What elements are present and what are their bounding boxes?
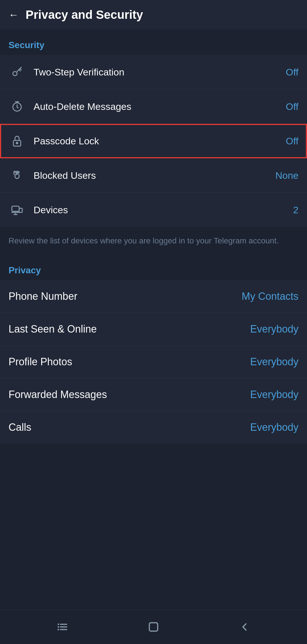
profile-photos-row[interactable]: Profile Photos Everybody — [0, 346, 307, 378]
auto-delete-messages-label: Auto-Delete Messages — [34, 101, 286, 112]
blocked-users-row[interactable]: Blocked Users None — [0, 158, 307, 193]
forwarded-messages-value: Everybody — [250, 389, 298, 401]
header: ← Privacy and Security — [0, 0, 307, 30]
blocked-users-label: Blocked Users — [34, 170, 275, 181]
two-step-verification-label: Two-Step Verification — [34, 67, 286, 78]
svg-rect-4 — [12, 206, 19, 211]
security-section-label: Security — [0, 30, 307, 55]
devices-note-text: Review the list of devices where you are… — [9, 236, 279, 245]
back-nav-icon[interactable] — [233, 618, 256, 635]
svg-rect-12 — [149, 623, 157, 631]
passcode-lock-label: Passcode Lock — [34, 136, 286, 147]
devices-value: 2 — [293, 204, 298, 216]
last-seen-online-value: Everybody — [250, 323, 298, 335]
forwarded-messages-row[interactable]: Forwarded Messages Everybody — [0, 378, 307, 411]
svg-point-0 — [13, 71, 17, 76]
devices-icon — [9, 201, 26, 218]
key-icon — [9, 63, 26, 81]
svg-point-3 — [16, 142, 18, 144]
devices-row[interactable]: Devices 2 — [0, 193, 307, 227]
last-seen-online-label: Last Seen & Online — [9, 323, 250, 335]
forwarded-messages-label: Forwarded Messages — [9, 389, 250, 401]
passcode-lock-row[interactable]: Passcode Lock Off — [0, 124, 307, 158]
auto-delete-messages-row[interactable]: Auto-Delete Messages Off — [0, 89, 307, 124]
profile-photos-label: Profile Photos — [9, 356, 250, 368]
back-button[interactable]: ← — [9, 10, 19, 20]
last-seen-online-row[interactable]: Last Seen & Online Everybody — [0, 313, 307, 346]
auto-delete-messages-value: Off — [286, 101, 298, 112]
two-step-verification-value: Off — [286, 67, 298, 78]
calls-label: Calls — [9, 421, 250, 433]
devices-label: Devices — [34, 204, 293, 216]
phone-number-row[interactable]: Phone Number My Contacts — [0, 280, 307, 313]
privacy-settings-group: Phone Number My Contacts Last Seen & Onl… — [0, 280, 307, 444]
passcode-lock-value: Off — [286, 136, 298, 147]
page-title: Privacy and Security — [26, 8, 143, 22]
block-icon — [9, 167, 26, 184]
security-settings-group: Two-Step Verification Off Auto-Delete Me… — [0, 55, 307, 227]
blocked-users-value: None — [275, 170, 298, 181]
timer-icon — [9, 98, 26, 115]
devices-note-section: Review the list of devices where you are… — [0, 227, 307, 255]
bottom-nav — [0, 610, 307, 644]
two-step-verification-row[interactable]: Two-Step Verification Off — [0, 55, 307, 89]
home-nav-icon[interactable] — [142, 618, 165, 635]
calls-value: Everybody — [250, 421, 298, 433]
privacy-section-label: Privacy — [0, 255, 307, 280]
svg-rect-5 — [19, 208, 22, 213]
profile-photos-value: Everybody — [250, 356, 298, 368]
phone-number-value: My Contacts — [242, 290, 298, 302]
lock-icon — [9, 132, 26, 149]
phone-number-label: Phone Number — [9, 290, 242, 302]
calls-row[interactable]: Calls Everybody — [0, 411, 307, 444]
recents-nav-icon[interactable] — [51, 618, 74, 635]
